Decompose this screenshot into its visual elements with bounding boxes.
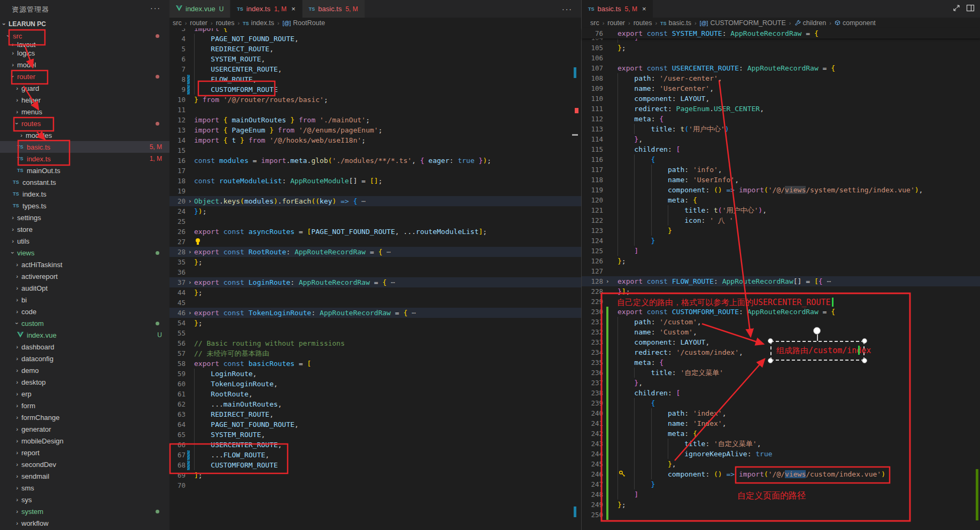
code-line-12[interactable]: 12import { mainOutRoutes } from './mainO…: [169, 115, 581, 125]
fold-chevron-icon[interactable]: ›: [188, 247, 192, 257]
code-line-112[interactable]: 112 meta: {: [582, 114, 980, 124]
tree-item-report[interactable]: ›report: [0, 447, 169, 458]
code-line-65[interactable]: 65 SYSTEM_ROUTE,: [169, 430, 581, 440]
code-line-118[interactable]: 118 name: 'UserInfo',: [582, 175, 980, 185]
code-line-66[interactable]: 66 USERCENTER_ROUTE,: [169, 440, 581, 450]
tree-item-helper[interactable]: ›helper: [0, 94, 169, 106]
tree-item-generator[interactable]: ›generator: [0, 423, 169, 435]
tree-item-workflow[interactable]: ›workflow: [0, 517, 169, 529]
tree-item-logics[interactable]: ›logics: [0, 47, 169, 59]
tab-index-ts[interactable]: TSindex.ts1, M×: [230, 0, 302, 18]
code-line-62[interactable]: 62 ...mainOutRoutes,: [169, 399, 581, 409]
tree-item-utils[interactable]: ›utils: [0, 235, 169, 247]
tree-item-store[interactable]: ›store: [0, 223, 169, 235]
label-box-handle-br[interactable]: [862, 358, 867, 363]
code-line-6[interactable]: 6 SYSTEM_ROUTE,: [169, 54, 581, 64]
tree-item-types-ts[interactable]: TStypes.ts: [0, 200, 169, 212]
label-box-rotate-handle[interactable]: [813, 327, 821, 334]
code-line-64[interactable]: 64 PAGE_NOT_FOUND_ROUTE,: [169, 419, 581, 430]
code-line-16[interactable]: 16const modules = import.meta.glob('./mo…: [169, 155, 581, 166]
code-line-46[interactable]: 46›export const TokenLoginRoute: AppRout…: [169, 308, 581, 318]
code-line-115[interactable]: 115 children: [: [582, 144, 980, 154]
fold-chevron-icon[interactable]: ›: [188, 196, 192, 206]
code-line-56[interactable]: 56// Basic routing without permissions: [169, 338, 581, 348]
tree-item-modules[interactable]: ›modules: [0, 129, 169, 141]
code-line-230[interactable]: 230export const CUSTOMFORM_ROUTE: AppRou…: [582, 307, 980, 317]
code-line-7[interactable]: 7 USERCENTER_ROUTE,: [169, 64, 581, 74]
code-line-108[interactable]: 108 path: '/user-center',: [582, 73, 980, 83]
sticky-scroll-line[interactable]: 76export const SYSTEM_ROUTE: AppRouteRec…: [582, 28, 980, 38]
breadcrumb-index-ts[interactable]: TSindex.ts: [243, 19, 274, 27]
code-line-11[interactable]: 11: [169, 105, 581, 115]
code-line-232[interactable]: 232 name: 'Custom',: [582, 327, 980, 337]
code-line-69[interactable]: 69];: [169, 470, 581, 480]
tree-item-mainOut-ts[interactable]: TSmainOut.ts: [0, 165, 169, 176]
tree-item-guard[interactable]: ›guard: [0, 82, 169, 94]
tree-item-demo[interactable]: ›demo: [0, 364, 169, 376]
code-line-242[interactable]: 242 meta: {: [582, 428, 980, 439]
code-line-124[interactable]: 124 }: [582, 236, 980, 246]
code-line-45[interactable]: 45: [169, 298, 581, 308]
code-line-36[interactable]: 36: [169, 267, 581, 277]
tree-item-custom[interactable]: ›custom: [0, 317, 169, 329]
code-line-120[interactable]: 120 meta: {: [582, 195, 980, 205]
code-line-27[interactable]: 27: [169, 237, 581, 247]
right-code-editor[interactable]: 104 ]105};106107export const USERCENTER_…: [582, 38, 980, 530]
breadcrumb-children[interactable]: children: [794, 19, 827, 27]
code-line-37[interactable]: 37›export const LoginRoute: AppRouteReco…: [169, 277, 581, 287]
code-line-28[interactable]: 28›export const RootRoute: AppRouteRecor…: [169, 247, 581, 257]
tree-item-views[interactable]: ›views: [0, 247, 169, 259]
tree-item-desktop[interactable]: ›desktop: [0, 376, 169, 388]
code-line-117[interactable]: 117 path: 'info',: [582, 165, 980, 175]
code-line-122[interactable]: 122 icon: ' 八 ': [582, 215, 980, 225]
code-line-250[interactable]: 250: [582, 510, 980, 520]
tree-item-auditOpt[interactable]: ›auditOpt: [0, 282, 169, 294]
label-box-handle-tr[interactable]: [862, 338, 867, 344]
breadcrumb-routes[interactable]: routes: [216, 19, 235, 27]
tree-item-index-ts[interactable]: TSindex.ts: [0, 188, 169, 200]
code-line-58[interactable]: 58export const basicRoutes = [: [169, 358, 581, 369]
code-line-54[interactable]: 54};: [169, 318, 581, 328]
tree-item-erp[interactable]: ›erp: [0, 388, 169, 400]
code-line-59[interactable]: 59 LoginRoute,: [169, 369, 581, 379]
tree-item-constant-ts[interactable]: TSconstant.ts: [0, 176, 169, 188]
code-line-236[interactable]: 236 title: '自定义菜单': [582, 368, 980, 378]
code-line-248[interactable]: 248 ]: [582, 489, 980, 500]
breadcrumb-component[interactable]: component: [835, 19, 876, 27]
tree-item-model[interactable]: ›model: [0, 59, 169, 71]
code-line-111[interactable]: 111 redirect: PageEnum.USER_CENTER,: [582, 104, 980, 114]
tab-index-vue[interactable]: index.vueU: [169, 0, 230, 18]
tree-item-dashboard[interactable]: ›dashboard: [0, 341, 169, 353]
tree-item-form[interactable]: ›form: [0, 400, 169, 411]
code-line-17[interactable]: 17: [169, 166, 581, 176]
close-icon[interactable]: ×: [291, 5, 296, 13]
tree-item-index-ts[interactable]: TSindex.ts1, M: [0, 153, 169, 165]
code-line-8[interactable]: 8 FLOW_ROUTE,: [169, 74, 581, 84]
code-line-4[interactable]: 4 PAGE_NOT_FOUND_ROUTE,: [169, 34, 581, 44]
breadcrumb-CUSTOMFORM_ROUTE[interactable]: [@]CUSTOMFORM_ROUTE: [700, 19, 786, 27]
label-box-handle-bl[interactable]: [768, 358, 773, 363]
tree-item-menus[interactable]: ›menus: [0, 106, 169, 118]
code-line-25[interactable]: 25: [169, 216, 581, 227]
code-line-19[interactable]: 19: [169, 186, 581, 196]
editor-layout-icon[interactable]: [966, 4, 975, 14]
code-line-247[interactable]: 247 }: [582, 479, 980, 489]
breadcrumb-RootRoute[interactable]: [@]RootRoute: [282, 19, 325, 27]
code-line-244[interactable]: 244 ignoreKeepAlive: true: [582, 449, 980, 459]
code-line-246[interactable]: 246 component: () => import('/@/views/cu…: [582, 469, 980, 479]
code-line-15[interactable]: 15: [169, 145, 581, 155]
explorer-more-actions-icon[interactable]: ···: [150, 4, 161, 12]
tree-item-formChange[interactable]: ›formChange: [0, 411, 169, 423]
code-line-243[interactable]: 243 title: '自定义菜单',: [582, 439, 980, 449]
tree-item-sendmail[interactable]: ›sendmail: [0, 470, 169, 482]
code-line-106[interactable]: 106: [582, 53, 980, 63]
code-line-105[interactable]: 105};: [582, 43, 980, 53]
tree-item-mobileDesign[interactable]: ›mobileDesign: [0, 435, 169, 447]
tree-item-routes[interactable]: ›routes: [0, 118, 169, 129]
label-box-handle-tl[interactable]: [768, 338, 773, 344]
tab-basic-ts[interactable]: TSbasic.ts5, M: [303, 0, 365, 18]
code-line-240[interactable]: 240 path: 'index',: [582, 408, 980, 418]
code-line-231[interactable]: 231 path: '/custom',: [582, 317, 980, 327]
code-line-123[interactable]: 123 }: [582, 225, 980, 236]
code-line-3[interactable]: 3import {: [169, 28, 581, 34]
